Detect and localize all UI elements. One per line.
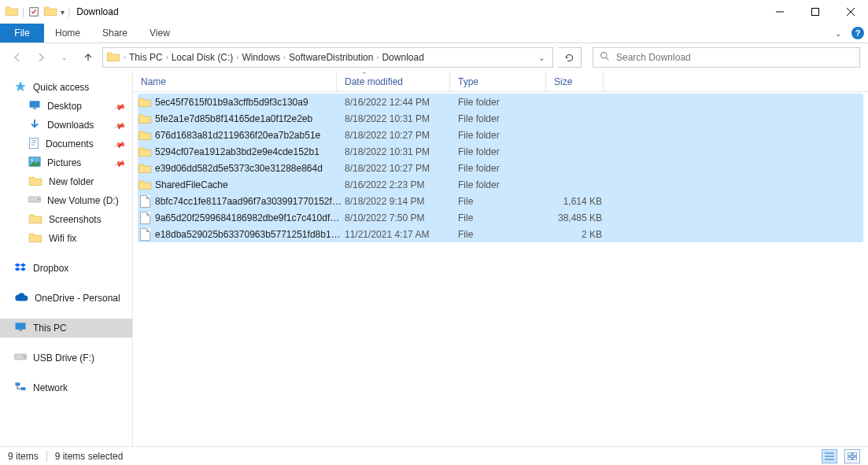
file-list: 5ec45f7615f01b9a3cffb5d9f3c130a98/16/202… [133, 92, 868, 446]
cell-date: 8/10/2022 7:50 PM [342, 212, 455, 223]
cell-type: File folder [455, 146, 551, 157]
sidebar-network[interactable]: Network [0, 378, 132, 397]
sidebar-onedrive[interactable]: OneDrive - Personal [0, 289, 132, 308]
file-icon [138, 212, 152, 224]
table-row[interactable]: SharedFileCache8/16/2022 2:23 PMFile fol… [138, 176, 863, 193]
sidebar-item-screenshots[interactable]: Screenshots [0, 210, 132, 229]
column-type[interactable]: Type [450, 72, 546, 91]
sidebar-item-wififix[interactable]: Wifi fix [0, 229, 132, 248]
desktop-icon [28, 100, 41, 113]
documents-icon [28, 137, 39, 152]
sidebar-item-desktop[interactable]: Desktop 📌 [0, 97, 132, 116]
cell-name: 5ec45f7615f01b9a3cffb5d9f3c130a9 [152, 97, 342, 108]
breadcrumb[interactable]: Local Disk (C:) [172, 52, 234, 63]
back-button[interactable] [8, 48, 27, 67]
folder-icon [138, 179, 152, 190]
forward-button[interactable] [31, 48, 50, 67]
chevron-right-icon[interactable]: › [376, 54, 379, 61]
address-dropdown-icon[interactable]: ⌄ [534, 54, 549, 62]
sidebar-item-downloads[interactable]: Downloads 📌 [0, 116, 132, 135]
file-icon [138, 228, 152, 241]
sidebar-item-label: Downloads [47, 120, 94, 131]
sidebar-item-pictures[interactable]: Pictures 📌 [0, 153, 132, 172]
breadcrumb[interactable]: This PC [129, 52, 163, 63]
svg-rect-25 [853, 457, 857, 460]
sort-indicator-icon: ⌃ [361, 71, 368, 79]
chevron-right-icon[interactable]: › [124, 54, 126, 61]
qat-dropdown-icon[interactable]: ▾ [61, 8, 65, 17]
titlebar: | ▾ | Download [0, 0, 868, 24]
cell-type: File folder [455, 130, 551, 141]
cell-date: 8/16/2022 2:23 PM [342, 179, 455, 190]
up-button[interactable] [79, 48, 98, 67]
chevron-right-icon[interactable]: › [166, 54, 168, 61]
minimize-button[interactable] [762, 0, 797, 24]
qat-folder-icon[interactable] [43, 6, 57, 19]
view-details-button[interactable] [822, 449, 837, 463]
help-button[interactable]: ? [848, 24, 868, 42]
column-size[interactable]: Size [546, 72, 604, 91]
table-row[interactable]: 5fe2a1e7d85b8f14165de1a0f1f2e2eb8/18/202… [138, 110, 863, 127]
refresh-button[interactable] [558, 47, 582, 68]
table-row[interactable]: 676d1683a81d2119636f20ea7b2ab51e8/18/202… [138, 127, 863, 143]
chevron-right-icon[interactable]: › [236, 54, 238, 61]
cell-date: 8/16/2022 12:44 PM [342, 97, 455, 108]
ribbon-expand-icon[interactable]: ⌄ [829, 24, 848, 42]
column-date[interactable]: Date modified [337, 72, 450, 91]
cell-date: 8/18/2022 10:31 PM [342, 146, 455, 157]
view-large-button[interactable] [844, 449, 860, 463]
file-tab[interactable]: File [0, 24, 44, 42]
breadcrumb[interactable]: Windows [242, 52, 280, 63]
svg-rect-24 [848, 457, 851, 460]
cell-date: 8/18/2022 9:14 PM [342, 196, 455, 207]
breadcrumb[interactable]: SoftwareDistribution [289, 52, 373, 63]
network-icon [14, 382, 27, 394]
svg-point-17 [601, 53, 607, 58]
cell-date: 11/21/2021 4:17 AM [342, 229, 455, 240]
pin-icon: 📌 [113, 100, 126, 113]
search-input[interactable] [616, 52, 853, 63]
cell-type: File [455, 229, 551, 240]
cell-size: 2 KB [551, 229, 608, 240]
search-box[interactable] [593, 47, 860, 68]
sidebar-quick-access[interactable]: Quick access [0, 78, 132, 97]
sidebar-item-documents[interactable]: Documents 📌 [0, 135, 132, 153]
pin-icon: 📌 [113, 119, 126, 131]
svg-rect-22 [848, 452, 851, 456]
chevron-right-icon[interactable]: › [283, 54, 286, 61]
sidebar-thispc[interactable]: This PC [0, 319, 132, 338]
table-row[interactable]: e39d06dd582d5e5373c30e31288e864d8/18/202… [138, 160, 863, 176]
tab-home[interactable]: Home [44, 24, 91, 42]
sidebar-usb[interactable]: USB Drive (F:) [0, 349, 132, 367]
ribbon: File Home Share View ⌄ ? [0, 24, 868, 43]
close-button[interactable] [833, 0, 868, 24]
sidebar-item-label: Wifi fix [49, 233, 76, 244]
maximize-button[interactable] [797, 0, 833, 24]
column-name[interactable]: Name [133, 72, 337, 91]
cell-type: File folder [455, 179, 551, 190]
folder-icon [28, 213, 42, 227]
sidebar-dropbox[interactable]: Dropbox [0, 259, 132, 278]
tab-view[interactable]: View [139, 24, 181, 42]
table-row[interactable]: 5294cf07ea1912ab3bd2e9e4cde152b18/18/202… [138, 143, 863, 160]
status-divider [46, 451, 47, 462]
table-row[interactable]: 9a65d20f2599684186982dbe9f1c7c410df8...8… [138, 209, 863, 226]
dropbox-icon [14, 261, 27, 276]
breadcrumb[interactable]: Download [382, 52, 423, 63]
address-bar[interactable]: › This PC › Local Disk (C:) › Windows › … [102, 47, 553, 68]
tab-share[interactable]: Share [91, 24, 139, 42]
cell-date: 8/18/2022 10:27 PM [342, 130, 455, 141]
table-row[interactable]: 5ec45f7615f01b9a3cffb5d9f3c130a98/16/202… [138, 94, 863, 110]
cell-name: 676d1683a81d2119636f20ea7b2ab51e [152, 130, 342, 141]
table-row[interactable]: 8bfc74cc1fe8117aad96f7a303991770152f0...… [138, 193, 863, 209]
sidebar-item-newfolder[interactable]: New folder [0, 172, 132, 191]
recent-dropdown[interactable]: ⌄ [55, 48, 74, 67]
properties-icon[interactable] [28, 6, 40, 18]
qat-divider: | [22, 6, 24, 17]
drive-icon [28, 195, 41, 206]
table-row[interactable]: e18dba529025b63370963b5771251fd8b1c...11… [138, 226, 863, 242]
pin-icon: 📌 [113, 157, 126, 169]
folder-icon [28, 232, 42, 245]
sidebar-item-newvolume[interactable]: New Volume (D:) [0, 191, 132, 210]
sidebar-item-label: Pictures [47, 157, 81, 168]
